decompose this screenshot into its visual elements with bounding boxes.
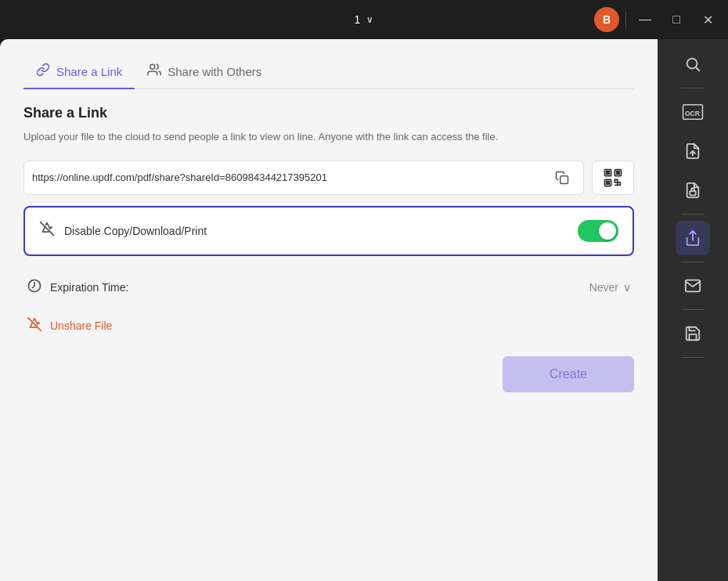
tab-share-link-label: Share a Link [56,65,122,78]
unshare-label: Unshare File [50,319,112,332]
svg-point-0 [150,64,155,69]
expiration-chevron-icon: ∨ [623,281,631,294]
svg-text:OCR: OCR [685,110,700,117]
disable-icon [39,221,55,240]
titlebar-divider [625,12,626,27]
section-description: Upload your file to the cloud to send pe… [23,129,634,145]
svg-line-12 [696,67,699,70]
save-sidebar-btn[interactable] [676,316,710,351]
tab-share-others[interactable]: Share with Others [135,55,274,89]
expiration-dropdown[interactable]: Never ∨ [589,281,631,294]
close-button[interactable]: ✕ [695,7,720,32]
sidebar-divider-3 [681,262,705,262]
user-avatar[interactable]: B [594,7,619,32]
disable-toggle-label: Disable Copy/Download/Print [64,225,207,237]
url-input-wrap: https://online.updf.com/pdf/share?shareI… [23,161,584,195]
toggle-thumb [599,222,616,240]
tab-share-link[interactable]: Share a Link [23,55,135,89]
toggle-left: Disable Copy/Download/Print [39,221,207,240]
unshare-icon [27,316,42,336]
url-row: https://online.updf.com/pdf/share?shareI… [23,161,634,195]
url-text: https://online.updf.com/pdf/share?shareI… [32,171,549,183]
share-sidebar-btn[interactable] [676,221,710,255]
tab-number: 1 [355,13,361,26]
toggle-track [578,220,618,242]
lock-doc-sidebar-btn[interactable] [676,173,710,208]
titlebar: 1 ∨ B — □ ✕ [0,0,728,39]
qr-code-button[interactable] [592,161,634,195]
expiration-left: Expiration Time: [27,278,128,298]
expiration-label: Expiration Time: [50,281,128,294]
tab-bar: Share a Link Share with Others [23,55,634,89]
expiration-value: Never [589,281,618,294]
svg-rect-7 [607,181,610,184]
expiration-row: Expiration Time: Never ∨ [23,267,634,309]
copy-url-button[interactable] [549,164,575,191]
section-title: Share a Link [23,105,634,121]
tab-share-others-label: Share with Others [168,65,261,78]
svg-rect-5 [607,171,610,174]
svg-rect-15 [690,191,695,196]
expiration-icon [27,278,42,298]
mail-sidebar-btn[interactable] [676,269,710,303]
sidebar-divider-4 [681,309,705,310]
search-sidebar-btn[interactable] [676,47,710,81]
chevron-icon: ∨ [366,14,373,25]
disable-toggle-switch[interactable] [578,220,618,242]
disable-toggle-row: Disable Copy/Download/Print [23,206,634,256]
maximize-button[interactable]: □ [664,7,689,32]
sidebar-divider-1 [681,88,705,88]
share-link-tab-icon [36,63,50,80]
create-button[interactable]: Create [503,356,634,392]
svg-rect-6 [617,171,620,174]
refresh-doc-sidebar-btn[interactable] [676,134,710,168]
titlebar-center: 1 ∨ [355,13,374,26]
svg-point-11 [687,59,697,69]
minimize-button[interactable]: — [632,7,658,32]
right-sidebar: OCR [658,39,728,581]
sidebar-divider-5 [681,357,705,358]
unshare-row[interactable]: Unshare File [23,309,634,344]
sidebar-divider-2 [681,214,705,215]
ocr-sidebar-btn[interactable]: OCR [676,95,710,129]
main-panel: Share a Link Share with Others Share a L… [0,39,658,581]
create-btn-wrap: Create [23,356,634,392]
svg-rect-1 [560,175,568,183]
share-others-tab-icon [147,63,161,80]
